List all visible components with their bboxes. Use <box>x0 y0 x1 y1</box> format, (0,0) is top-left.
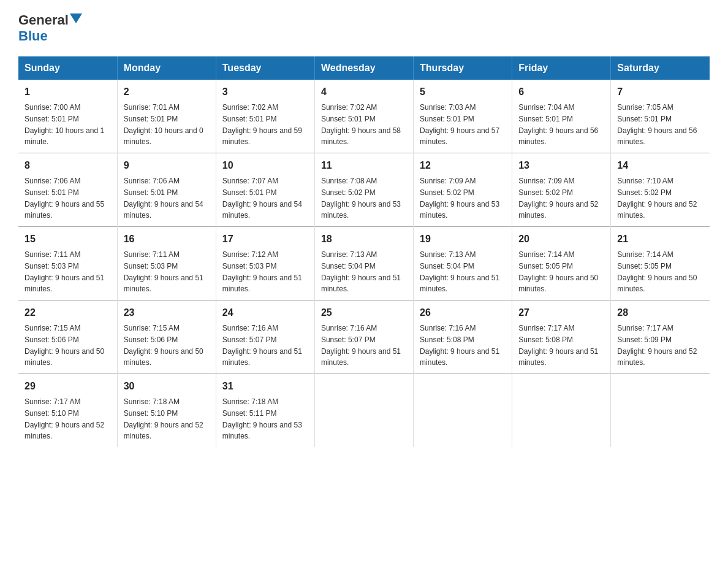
day-number: 20 <box>518 232 604 247</box>
day-number: 8 <box>25 158 111 173</box>
day-number: 29 <box>25 379 111 394</box>
day-number: 5 <box>420 85 506 99</box>
calendar-cell: 23Sunrise: 7:15 AMSunset: 5:06 PMDayligh… <box>117 301 216 374</box>
calendar-cell: 2Sunrise: 7:01 AMSunset: 5:01 PMDaylight… <box>117 80 216 153</box>
day-info: Sunrise: 7:09 AMSunset: 5:02 PMDaylight:… <box>518 177 598 220</box>
calendar-week-row: 22Sunrise: 7:15 AMSunset: 5:06 PMDayligh… <box>18 301 710 374</box>
day-number: 27 <box>518 305 604 320</box>
day-number: 15 <box>25 232 111 247</box>
day-info: Sunrise: 7:03 AMSunset: 5:01 PMDaylight:… <box>420 103 499 146</box>
calendar-table: SundayMondayTuesdayWednesdayThursdayFrid… <box>18 56 710 447</box>
day-number: 21 <box>617 232 703 247</box>
day-number: 10 <box>222 158 308 173</box>
calendar-cell: 15Sunrise: 7:11 AMSunset: 5:03 PMDayligh… <box>18 227 117 301</box>
header-thursday: Thursday <box>414 56 512 80</box>
day-number: 17 <box>222 232 308 247</box>
day-number: 2 <box>124 85 210 99</box>
day-number: 23 <box>124 305 210 320</box>
day-info: Sunrise: 7:12 AMSunset: 5:03 PMDaylight:… <box>222 250 302 293</box>
calendar-cell: 8Sunrise: 7:06 AMSunset: 5:01 PMDaylight… <box>18 153 117 227</box>
calendar-cell: 11Sunrise: 7:08 AMSunset: 5:02 PMDayligh… <box>314 153 413 227</box>
calendar-cell: 19Sunrise: 7:13 AMSunset: 5:04 PMDayligh… <box>414 227 512 301</box>
calendar-cell: 28Sunrise: 7:17 AMSunset: 5:09 PMDayligh… <box>611 301 710 374</box>
day-info: Sunrise: 7:16 AMSunset: 5:07 PMDaylight:… <box>321 324 401 367</box>
calendar-week-row: 15Sunrise: 7:11 AMSunset: 5:03 PMDayligh… <box>18 227 710 301</box>
calendar-cell: 16Sunrise: 7:11 AMSunset: 5:03 PMDayligh… <box>117 227 216 301</box>
header-saturday: Saturday <box>611 56 710 80</box>
logo: General Blue <box>18 12 82 44</box>
day-info: Sunrise: 7:14 AMSunset: 5:05 PMDaylight:… <box>617 250 697 293</box>
calendar-cell <box>314 374 413 448</box>
day-info: Sunrise: 7:09 AMSunset: 5:02 PMDaylight:… <box>420 177 499 220</box>
day-info: Sunrise: 7:00 AMSunset: 5:01 PMDaylight:… <box>25 103 104 146</box>
calendar-cell: 22Sunrise: 7:15 AMSunset: 5:06 PMDayligh… <box>18 301 117 374</box>
day-info: Sunrise: 7:18 AMSunset: 5:11 PMDaylight:… <box>222 397 302 440</box>
calendar-cell: 27Sunrise: 7:17 AMSunset: 5:08 PMDayligh… <box>512 301 611 374</box>
day-info: Sunrise: 7:14 AMSunset: 5:05 PMDaylight:… <box>518 250 598 293</box>
calendar-cell <box>512 374 611 448</box>
header-sunday: Sunday <box>18 56 117 80</box>
calendar-cell: 14Sunrise: 7:10 AMSunset: 5:02 PMDayligh… <box>611 153 710 227</box>
day-number: 3 <box>222 85 308 99</box>
logo-blue-text: Blue <box>18 28 48 44</box>
calendar-cell: 24Sunrise: 7:16 AMSunset: 5:07 PMDayligh… <box>216 301 314 374</box>
calendar-cell: 31Sunrise: 7:18 AMSunset: 5:11 PMDayligh… <box>216 374 314 448</box>
day-info: Sunrise: 7:16 AMSunset: 5:08 PMDaylight:… <box>420 324 499 367</box>
day-info: Sunrise: 7:07 AMSunset: 5:01 PMDaylight:… <box>222 177 302 220</box>
calendar-cell: 30Sunrise: 7:18 AMSunset: 5:10 PMDayligh… <box>117 374 216 448</box>
day-number: 16 <box>124 232 210 247</box>
day-number: 25 <box>321 305 407 320</box>
calendar-cell: 1Sunrise: 7:00 AMSunset: 5:01 PMDaylight… <box>18 80 117 153</box>
day-number: 24 <box>222 305 308 320</box>
day-info: Sunrise: 7:06 AMSunset: 5:01 PMDaylight:… <box>25 177 104 220</box>
calendar-week-row: 8Sunrise: 7:06 AMSunset: 5:01 PMDaylight… <box>18 153 710 227</box>
calendar-cell: 25Sunrise: 7:16 AMSunset: 5:07 PMDayligh… <box>314 301 413 374</box>
day-info: Sunrise: 7:13 AMSunset: 5:04 PMDaylight:… <box>420 250 499 293</box>
calendar-cell: 21Sunrise: 7:14 AMSunset: 5:05 PMDayligh… <box>611 227 710 301</box>
day-number: 11 <box>321 158 407 173</box>
day-info: Sunrise: 7:10 AMSunset: 5:02 PMDaylight:… <box>617 177 697 220</box>
calendar-cell: 7Sunrise: 7:05 AMSunset: 5:01 PMDaylight… <box>611 80 710 153</box>
day-info: Sunrise: 7:18 AMSunset: 5:10 PMDaylight:… <box>124 397 203 440</box>
day-number: 12 <box>420 158 506 173</box>
day-number: 28 <box>617 305 703 320</box>
calendar-cell: 3Sunrise: 7:02 AMSunset: 5:01 PMDaylight… <box>216 80 314 153</box>
calendar-cell: 29Sunrise: 7:17 AMSunset: 5:10 PMDayligh… <box>18 374 117 448</box>
calendar-cell: 13Sunrise: 7:09 AMSunset: 5:02 PMDayligh… <box>512 153 611 227</box>
header-friday: Friday <box>512 56 611 80</box>
day-number: 4 <box>321 85 407 99</box>
calendar-cell <box>414 374 512 448</box>
header-monday: Monday <box>117 56 216 80</box>
day-info: Sunrise: 7:02 AMSunset: 5:01 PMDaylight:… <box>321 103 401 146</box>
calendar-cell: 9Sunrise: 7:06 AMSunset: 5:01 PMDaylight… <box>117 153 216 227</box>
day-info: Sunrise: 7:11 AMSunset: 5:03 PMDaylight:… <box>124 250 203 293</box>
calendar-cell: 10Sunrise: 7:07 AMSunset: 5:01 PMDayligh… <box>216 153 314 227</box>
calendar-cell: 20Sunrise: 7:14 AMSunset: 5:05 PMDayligh… <box>512 227 611 301</box>
day-number: 22 <box>25 305 111 320</box>
day-number: 31 <box>222 379 308 394</box>
day-number: 30 <box>124 379 210 394</box>
calendar-cell: 17Sunrise: 7:12 AMSunset: 5:03 PMDayligh… <box>216 227 314 301</box>
day-info: Sunrise: 7:06 AMSunset: 5:01 PMDaylight:… <box>124 177 203 220</box>
day-info: Sunrise: 7:02 AMSunset: 5:01 PMDaylight:… <box>222 103 302 146</box>
day-info: Sunrise: 7:08 AMSunset: 5:02 PMDaylight:… <box>321 177 401 220</box>
day-number: 6 <box>518 85 604 99</box>
day-info: Sunrise: 7:11 AMSunset: 5:03 PMDaylight:… <box>25 250 104 293</box>
day-number: 1 <box>25 85 111 99</box>
calendar-cell: 26Sunrise: 7:16 AMSunset: 5:08 PMDayligh… <box>414 301 512 374</box>
day-info: Sunrise: 7:15 AMSunset: 5:06 PMDaylight:… <box>124 324 203 367</box>
calendar-cell: 4Sunrise: 7:02 AMSunset: 5:01 PMDaylight… <box>314 80 413 153</box>
page-header: General Blue <box>18 12 710 44</box>
day-info: Sunrise: 7:13 AMSunset: 5:04 PMDaylight:… <box>321 250 401 293</box>
calendar-cell: 12Sunrise: 7:09 AMSunset: 5:02 PMDayligh… <box>414 153 512 227</box>
day-info: Sunrise: 7:05 AMSunset: 5:01 PMDaylight:… <box>617 103 697 146</box>
calendar-cell: 5Sunrise: 7:03 AMSunset: 5:01 PMDaylight… <box>414 80 512 153</box>
logo-triangle-icon <box>70 13 82 23</box>
day-info: Sunrise: 7:01 AMSunset: 5:01 PMDaylight:… <box>124 103 203 146</box>
header-wednesday: Wednesday <box>314 56 413 80</box>
day-number: 9 <box>124 158 210 173</box>
calendar-week-row: 29Sunrise: 7:17 AMSunset: 5:10 PMDayligh… <box>18 374 710 448</box>
calendar-header-row: SundayMondayTuesdayWednesdayThursdayFrid… <box>18 56 710 80</box>
calendar-week-row: 1Sunrise: 7:00 AMSunset: 5:01 PMDaylight… <box>18 80 710 153</box>
day-number: 26 <box>420 305 506 320</box>
